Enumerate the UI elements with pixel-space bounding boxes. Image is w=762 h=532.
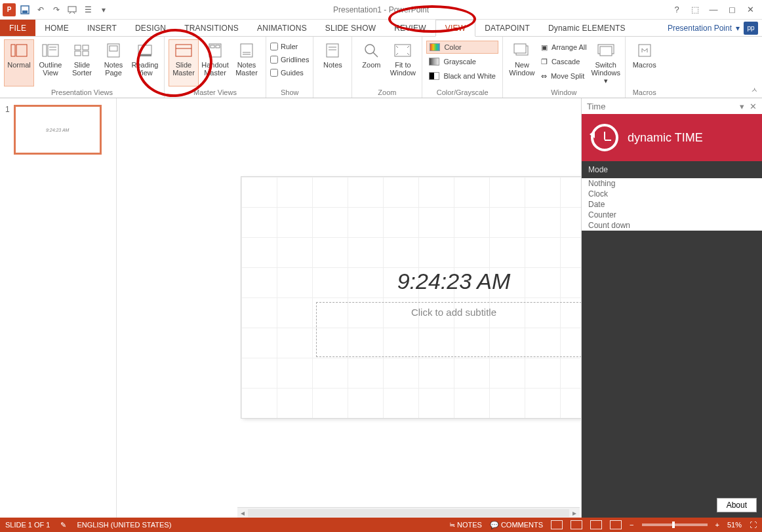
group-window: New Window ▣Arrange All ❐Cascade ⇔Move S…: [503, 37, 626, 98]
tab-file[interactable]: FILE: [0, 20, 35, 36]
mode-option-counter[interactable]: Counter: [582, 210, 762, 220]
subtitle-placeholder[interactable]: Click to add subtitle: [316, 302, 581, 357]
taskpane-close-icon[interactable]: ✕: [750, 102, 757, 111]
mode-option-date[interactable]: Date: [582, 199, 762, 210]
notes-toggle[interactable]: ≒ NOTES: [449, 521, 482, 529]
about-button[interactable]: About: [717, 498, 757, 512]
guides-checkbox[interactable]: Guides: [270, 67, 309, 79]
gridlines-checkbox[interactable]: Gridlines: [270, 54, 309, 66]
close-icon[interactable]: ✕: [742, 3, 758, 16]
handout-master-button[interactable]: Handout Master: [200, 39, 230, 86]
mode-option-clock[interactable]: Clock: [582, 189, 762, 199]
normal-view-icon[interactable]: [551, 520, 563, 529]
group-color-grayscale: Color Grayscale Black and White Color/Gr…: [422, 37, 502, 98]
mode-label: Mode: [582, 161, 762, 178]
mode-list[interactable]: Nothing Clock Date Counter Count down: [582, 178, 762, 231]
slide-master-button[interactable]: Slide Master: [169, 39, 199, 86]
qat-slideshow-icon[interactable]: [66, 3, 79, 16]
zoom-button[interactable]: Zoom: [356, 39, 386, 86]
switch-windows-button[interactable]: Switch Windows ▾: [591, 39, 621, 86]
notes-master-button[interactable]: Notes Master: [231, 39, 262, 86]
scroll-left-icon[interactable]: ◂: [237, 508, 248, 518]
help-icon[interactable]: ?: [669, 3, 685, 16]
qat-touch-icon[interactable]: ☰: [81, 3, 94, 16]
restore-icon[interactable]: ◻: [724, 3, 740, 16]
grayscale-option[interactable]: Grayscale: [426, 55, 498, 68]
normal-view-button[interactable]: Normal: [4, 39, 34, 86]
slide-title-text[interactable]: 9:24:23 AM: [397, 269, 511, 294]
language-status[interactable]: ENGLISH (UNITED STATES): [77, 521, 171, 529]
horizontal-scrollbar[interactable]: ◂ ▸: [237, 507, 580, 518]
outline-view-button[interactable]: Outline View: [35, 39, 66, 86]
zoom-out-icon[interactable]: −: [630, 521, 633, 529]
collapse-ribbon-icon[interactable]: ㅅ: [751, 85, 758, 95]
macros-button[interactable]: Macros: [630, 39, 660, 86]
group-notes: Notes: [313, 37, 352, 98]
presentation-point-label[interactable]: Presentation Point: [668, 24, 732, 33]
taskpane-menu-icon[interactable]: ▾: [740, 102, 744, 111]
svg-rect-7: [43, 45, 47, 56]
tab-datapoint[interactable]: DATAPOINT: [475, 20, 539, 36]
svg-rect-32: [395, 45, 411, 56]
comments-toggle[interactable]: 💬 COMMENTS: [490, 521, 543, 529]
tab-insert[interactable]: INSERT: [78, 20, 126, 36]
fit-to-window-button[interactable]: Fit to Window: [388, 39, 418, 86]
zoom-in-icon[interactable]: +: [715, 521, 719, 529]
account-badge[interactable]: pp: [744, 22, 758, 35]
qat-undo-icon[interactable]: ↶: [34, 3, 47, 16]
qat-customize-icon[interactable]: ▾: [97, 3, 110, 16]
tab-design[interactable]: DESIGN: [126, 20, 175, 36]
black-white-option[interactable]: Black and White: [426, 69, 498, 83]
ribbon-display-options-icon[interactable]: ⬚: [687, 3, 703, 16]
arrange-all-button[interactable]: ▣Arrange All: [538, 41, 590, 54]
svg-rect-34: [514, 44, 526, 53]
tab-review[interactable]: REVIEW: [385, 20, 435, 36]
scroll-right-icon[interactable]: ▸: [569, 508, 580, 518]
new-window-button[interactable]: New Window: [507, 39, 537, 86]
slideshow-view-icon[interactable]: [610, 520, 622, 529]
taskpane-title: Time: [587, 102, 605, 111]
svg-rect-1: [22, 10, 28, 13]
svg-rect-23: [216, 45, 220, 48]
tab-slideshow[interactable]: SLIDE SHOW: [316, 20, 385, 36]
svg-rect-37: [639, 45, 651, 56]
svg-rect-21: [209, 44, 221, 57]
zoom-slider[interactable]: [642, 523, 708, 526]
slide-count[interactable]: SLIDE 1 OF 1: [5, 521, 50, 529]
group-show: Ruler Gridlines Guides Show: [266, 37, 313, 98]
qat-redo-icon[interactable]: ↷: [50, 3, 63, 16]
group-master-views: Slide Master Handout Master Notes Master…: [165, 37, 266, 98]
tab-view[interactable]: VIEW: [435, 20, 475, 37]
group-label: [317, 87, 348, 96]
tab-home[interactable]: HOME: [35, 20, 78, 36]
reading-view-icon[interactable]: [590, 520, 602, 529]
notes-button[interactable]: Notes: [317, 39, 348, 86]
qat-save-icon[interactable]: [18, 3, 31, 16]
slide-sorter-button[interactable]: Slide Sorter: [67, 39, 97, 86]
tab-transitions[interactable]: TRANSITIONS: [175, 20, 248, 36]
ruler-checkbox[interactable]: Ruler: [270, 41, 309, 52]
cascade-button[interactable]: ❐Cascade: [538, 55, 590, 68]
color-option[interactable]: Color: [426, 41, 498, 54]
notes-page-button[interactable]: Notes Page: [98, 39, 129, 86]
time-task-pane: Time ▾✕ dynamic TIME Mode Nothing Clock …: [581, 98, 762, 518]
reading-view-button[interactable]: Reading View: [130, 39, 160, 86]
slide-thumbnail-1[interactable]: 9:24:23 AM: [14, 105, 102, 155]
sorter-view-icon[interactable]: [571, 520, 582, 529]
fit-slide-icon[interactable]: ⛶: [750, 521, 757, 529]
ribbon: Normal Outline View Slide Sorter Notes P…: [0, 37, 762, 98]
minimize-icon[interactable]: —: [706, 3, 721, 16]
mode-option-nothing[interactable]: Nothing: [582, 178, 762, 189]
mode-option-countdown[interactable]: Count down: [582, 220, 762, 231]
zoom-percent[interactable]: 51%: [727, 521, 742, 529]
workspace: 1 9:24:23 AM 9:24:23 AM Click to add sub…: [0, 98, 762, 518]
spellcheck-icon[interactable]: ✎: [60, 521, 66, 529]
svg-rect-12: [83, 45, 89, 50]
tab-animations[interactable]: ANIMATIONS: [248, 20, 316, 36]
tab-dynamic-elements[interactable]: Dynamic ELEMENTS: [539, 20, 635, 36]
taskpane-banner: dynamic TIME: [582, 114, 762, 161]
move-split-button[interactable]: ⇔Move Split: [538, 69, 590, 83]
slide-canvas[interactable]: 9:24:23 AM Click to add subtitle: [241, 177, 581, 418]
svg-line-31: [373, 52, 378, 57]
svg-rect-6: [16, 45, 27, 56]
